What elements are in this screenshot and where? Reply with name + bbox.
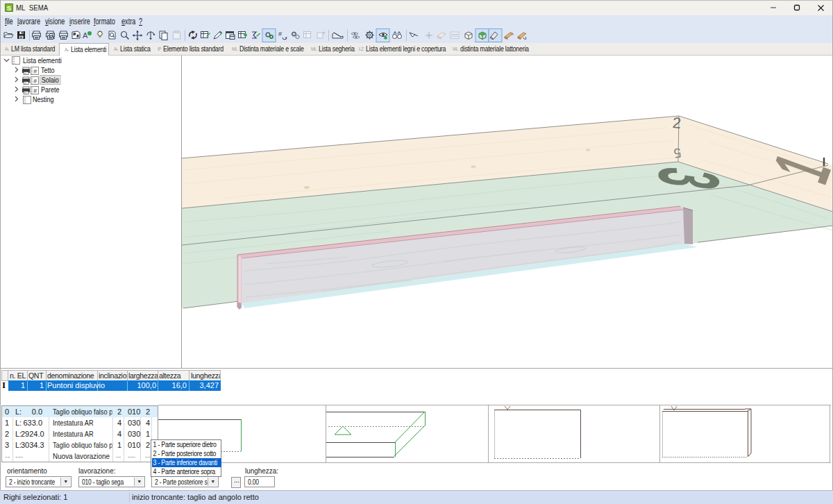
svg-text:A: A [83, 31, 88, 40]
svg-text:S: S [7, 4, 11, 12]
svg-text:2: 2 [672, 114, 682, 132]
